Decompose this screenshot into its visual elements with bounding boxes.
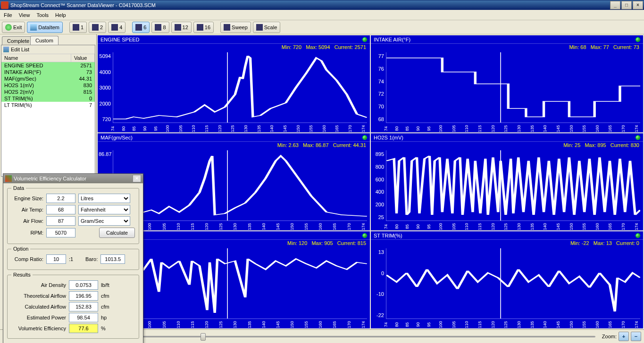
calculated-airflow-output xyxy=(69,302,98,311)
app-icon xyxy=(1,1,8,9)
list-item[interactable]: ENGINE SPEED2571 xyxy=(1,62,95,69)
chart-stats: Min: 68 Max: 77 Current: 73 xyxy=(371,44,643,51)
back-arrow-icon xyxy=(5,24,12,31)
sweep-button[interactable]: Sweep xyxy=(220,22,251,33)
record-indicator-icon xyxy=(636,135,640,140)
dialog-titlebar[interactable]: Volumetric Efficiency Calculator × xyxy=(3,174,143,183)
grid8-icon xyxy=(155,24,161,31)
estimated-power-output xyxy=(69,313,98,322)
filter-icon xyxy=(3,47,9,52)
air-temp-input[interactable] xyxy=(46,205,75,214)
chart-title: HO2S 1(mV) xyxy=(374,135,403,140)
grid4-icon xyxy=(111,24,118,31)
layout-12-button[interactable]: 12 xyxy=(171,22,192,33)
menu-help[interactable]: Help xyxy=(55,12,66,18)
chart-stats: Min: 720 Max: 5094 Current: 2571 xyxy=(98,44,370,51)
close-button[interactable]: × xyxy=(633,1,643,9)
parameter-list: Edit List Name Value ENGINE SPEED2571INT… xyxy=(1,45,95,177)
list-item[interactable]: HO2S 1(mV)830 xyxy=(1,82,95,89)
layout-2-button[interactable]: 2 xyxy=(89,22,106,33)
layout-1-button[interactable]: 1 xyxy=(69,22,87,33)
exit-button[interactable]: Exit xyxy=(2,22,25,33)
record-indicator-icon xyxy=(362,37,367,42)
menu-bar: File View Tools Help xyxy=(0,10,644,20)
layout-4-button[interactable]: 4 xyxy=(108,22,125,33)
menu-file[interactable]: File xyxy=(4,12,12,18)
air-flow-input[interactable] xyxy=(46,216,75,226)
x-axis: 8590951001051101151201251301351401451501… xyxy=(112,222,368,230)
x-axis: 7480859095100105110115120125130135140145… xyxy=(385,320,641,328)
list-item[interactable]: HO2S 2(mV)815 xyxy=(1,89,95,95)
layout-6-button[interactable]: 6 xyxy=(132,22,150,33)
engine-size-input[interactable] xyxy=(46,194,75,203)
dataitem-button[interactable]: DataItem xyxy=(27,22,63,33)
tab-custom[interactable]: Custom xyxy=(30,36,59,45)
chart-title: ENGINE SPEED xyxy=(100,37,140,42)
chart-panel[interactable]: INTAKE AIR(°F)Min: 68 Max: 77 Current: 7… xyxy=(371,35,643,132)
x-axis: 8390951001051101151201251301351401451501… xyxy=(112,320,368,328)
plot-area xyxy=(113,52,367,123)
record-indicator-icon xyxy=(636,233,640,238)
air-flow-unit[interactable]: Gram/Sec xyxy=(78,216,130,226)
menu-tools[interactable]: Tools xyxy=(36,12,49,18)
y-axis: 777674727068 xyxy=(371,51,385,124)
list-item[interactable]: MAF(gm/Sec)44.31 xyxy=(1,75,95,82)
timeline-slider[interactable] xyxy=(89,332,595,341)
rpm-input[interactable] xyxy=(46,228,75,237)
record-indicator-icon xyxy=(362,233,367,238)
plot-area xyxy=(386,52,640,123)
zoom-out-button[interactable]: − xyxy=(631,332,641,341)
list-item[interactable]: ST TRIM(%)0 xyxy=(1,95,95,102)
sweep-icon xyxy=(224,24,230,31)
minimize-button[interactable]: _ xyxy=(610,1,620,9)
list-item[interactable]: LT TRIM(%)7 xyxy=(1,102,95,108)
tab-complete[interactable]: Complete xyxy=(2,36,34,45)
chart-title: ST TRIM(%) xyxy=(374,233,402,238)
calculate-button[interactable]: Calculate xyxy=(99,228,135,238)
chart-stats: Min: 25 Max: 895 Current: 830 xyxy=(371,142,643,149)
chart-title: MAF(gm/Sec) xyxy=(100,135,133,140)
x-axis: 7480859095100105110115120125130135140145… xyxy=(385,124,641,132)
list-item[interactable]: INTAKE AIR(°F)73 xyxy=(1,69,95,75)
grid6-icon xyxy=(135,24,142,31)
list-icon xyxy=(30,24,37,31)
scale-button[interactable]: Scale xyxy=(253,22,281,33)
grid2-icon xyxy=(92,24,99,31)
window-title: ShopStream Connect™ Scanner DataViewer -… xyxy=(10,2,156,8)
dialog-title: Volumetric Efficiency Calculator xyxy=(14,176,86,181)
toolbar: Exit DataItem 1 2 4 6 8 12 16 Sweep Scal… xyxy=(0,20,644,34)
theoretical-airflow-output xyxy=(69,291,98,301)
chart-panel[interactable]: HO2S 1(mV)Min: 25 Max: 895 Current: 8308… xyxy=(371,133,643,230)
chart-title: INTAKE AIR(°F) xyxy=(374,37,410,42)
edit-list-button[interactable]: Edit List xyxy=(1,45,95,54)
chart-panel[interactable]: ST TRIM(%)Min: -22 Max: 13 Current: 0130… xyxy=(371,231,643,328)
volumetric-efficiency-output xyxy=(69,324,98,333)
record-indicator-icon xyxy=(362,135,367,140)
plot-area xyxy=(113,248,367,319)
plot-area xyxy=(386,248,640,319)
y-axis: 89580060040020025 xyxy=(371,149,385,222)
layout-8-button[interactable]: 8 xyxy=(151,22,169,33)
chart-panel[interactable]: ENGINE SPEEDMin: 720 Max: 5094 Current: … xyxy=(98,35,370,132)
air-temp-unit[interactable]: Fahrenheit xyxy=(78,205,130,214)
data-group: Data Engine Size:Litres Air Temp:Fahrenh… xyxy=(7,185,139,244)
engine-size-unit[interactable]: Litres xyxy=(78,194,130,203)
x-axis: 7480859095100105110115120125130135140145… xyxy=(112,124,368,132)
col-name[interactable]: Name xyxy=(1,54,71,62)
chart-stats: Min: -22 Max: 13 Current: 0 xyxy=(371,240,643,247)
zoom-label: Zoom: xyxy=(602,334,617,339)
layout-16-button[interactable]: 16 xyxy=(193,22,214,33)
y-axis: 130-10-22 xyxy=(371,247,385,320)
col-value[interactable]: Value xyxy=(71,54,95,62)
maximize-button[interactable]: □ xyxy=(621,1,632,9)
menu-view[interactable]: View xyxy=(19,12,30,18)
volumetric-efficiency-dialog: Volumetric Efficiency Calculator × Data … xyxy=(3,173,143,343)
dialog-close-button[interactable]: × xyxy=(133,175,141,182)
option-group: Option Comp Ratio::1Baro: xyxy=(7,246,139,270)
plot-area xyxy=(113,150,367,221)
comp-ratio-input[interactable] xyxy=(46,254,66,264)
results-group: Results Air Densitylb/ft Theoretical Air… xyxy=(7,272,139,339)
baro-input[interactable] xyxy=(100,254,125,264)
zoom-in-button[interactable]: + xyxy=(619,332,629,341)
grid1-icon xyxy=(73,24,79,31)
